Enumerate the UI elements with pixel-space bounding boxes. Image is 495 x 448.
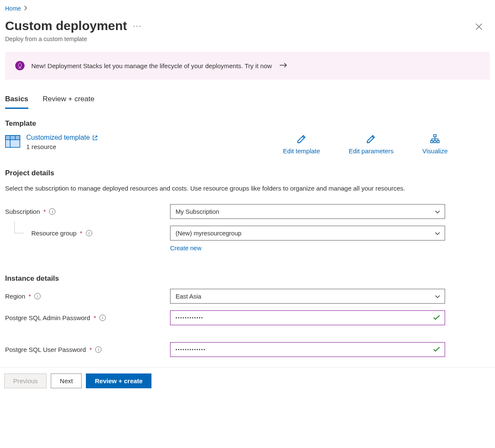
svg-rect-7 bbox=[437, 141, 439, 143]
hierarchy-icon bbox=[430, 134, 440, 144]
close-button[interactable] bbox=[472, 21, 486, 33]
region-select[interactable]: East Asia bbox=[170, 289, 445, 304]
chevron-right-icon bbox=[24, 6, 28, 12]
subscription-select[interactable]: My Subscription bbox=[170, 204, 445, 219]
previous-button: Previous bbox=[4, 373, 47, 388]
arrow-right-icon bbox=[280, 61, 287, 70]
svg-rect-5 bbox=[431, 141, 433, 143]
page-title: Custom deployment bbox=[5, 19, 127, 33]
info-icon[interactable]: i bbox=[49, 208, 55, 215]
section-heading-instance: Instance details bbox=[5, 274, 490, 283]
footer-bar: Previous Next Review + create bbox=[0, 367, 495, 394]
region-label: Region bbox=[5, 293, 25, 300]
user-password-label: Postgre SQL User Password bbox=[5, 346, 86, 353]
edit-template-button[interactable]: Edit template bbox=[283, 134, 320, 155]
external-link-icon bbox=[92, 135, 98, 141]
edit-parameters-button[interactable]: Edit parameters bbox=[349, 134, 393, 155]
project-description: Select the subscription to manage deploy… bbox=[5, 183, 420, 193]
template-icon bbox=[5, 134, 20, 150]
tab-bar: Basics Review + create bbox=[5, 95, 490, 109]
required-icon: * bbox=[89, 346, 92, 353]
resource-group-label: Resource group bbox=[31, 230, 77, 237]
admin-password-label: Postgre SQL Admin Password bbox=[5, 314, 90, 321]
section-heading-project: Project details bbox=[5, 169, 490, 177]
required-icon: * bbox=[29, 293, 31, 300]
svg-rect-4 bbox=[434, 135, 436, 137]
resource-group-select[interactable]: (New) myresourcegroup bbox=[170, 226, 445, 241]
required-icon: * bbox=[94, 314, 96, 321]
more-actions-button[interactable]: ··· bbox=[133, 22, 142, 30]
required-icon: * bbox=[44, 208, 46, 215]
page-subtitle: Deploy from a custom template bbox=[5, 36, 490, 42]
breadcrumb: Home bbox=[5, 5, 490, 12]
rocket-icon bbox=[15, 61, 25, 70]
review-create-button[interactable]: Review + create bbox=[86, 373, 151, 388]
customized-template-link[interactable]: Customized template bbox=[26, 134, 98, 141]
subscription-label: Subscription bbox=[5, 208, 40, 215]
visualize-button[interactable]: Visualize bbox=[422, 134, 448, 155]
user-password-input[interactable]: ••••••••••••• bbox=[170, 342, 445, 357]
banner-text: New! Deployment Stacks let you manage th… bbox=[31, 62, 272, 69]
breadcrumb-home[interactable]: Home bbox=[5, 5, 21, 12]
tab-review-create[interactable]: Review + create bbox=[43, 95, 94, 109]
pencil-icon bbox=[366, 134, 376, 144]
info-banner[interactable]: New! Deployment Stacks let you manage th… bbox=[5, 52, 490, 80]
create-new-link[interactable]: Create new bbox=[170, 245, 201, 252]
info-icon[interactable]: i bbox=[34, 293, 41, 299]
template-resource-count: 1 resource bbox=[26, 143, 98, 150]
info-icon[interactable]: i bbox=[86, 230, 92, 236]
next-button[interactable]: Next bbox=[51, 373, 82, 388]
info-icon[interactable]: i bbox=[95, 346, 102, 353]
pencil-icon bbox=[297, 134, 307, 144]
svg-rect-6 bbox=[434, 141, 436, 143]
admin-password-input[interactable]: •••••••••••• bbox=[170, 310, 445, 325]
section-heading-template: Template bbox=[5, 119, 490, 128]
required-icon: * bbox=[80, 230, 82, 237]
tab-basics[interactable]: Basics bbox=[5, 95, 28, 109]
info-icon[interactable]: i bbox=[99, 315, 106, 321]
svg-rect-1 bbox=[6, 136, 20, 140]
